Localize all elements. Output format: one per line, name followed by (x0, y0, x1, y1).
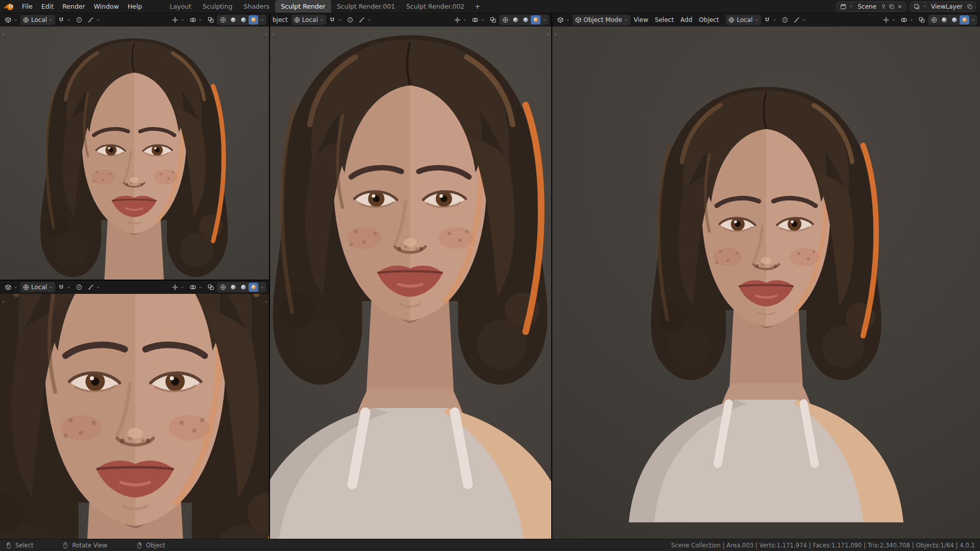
shading-dropdown[interactable] (259, 15, 265, 24)
shading-material-icon[interactable] (238, 15, 248, 24)
menu-add[interactable]: Add (677, 15, 695, 25)
shading-dropdown[interactable] (259, 283, 265, 292)
blender-logo-icon[interactable] (4, 2, 14, 11)
object-mode-icon (575, 16, 582, 23)
menu-select[interactable]: Select (652, 15, 677, 25)
transform-orientation-dropdown[interactable]: Local (291, 15, 326, 25)
menu-object[interactable]: Object (696, 15, 722, 25)
region-toggle-arrow[interactable] (263, 298, 269, 305)
shading-solid-icon[interactable] (228, 15, 238, 24)
tab-layout[interactable]: Layout (164, 0, 197, 13)
snap-toggle-button[interactable] (327, 15, 344, 25)
snap-toggle-button[interactable] (56, 15, 73, 25)
shading-rendered-icon[interactable] (249, 283, 258, 292)
shading-rendered-icon[interactable] (960, 15, 969, 24)
tab-shaders[interactable]: Shaders (238, 0, 275, 13)
overlays-icon (472, 16, 479, 23)
chevron-down-icon (754, 18, 759, 22)
show-gizmo-dropdown[interactable] (452, 15, 469, 25)
tab-sculpt-render[interactable]: Sculpt Render (275, 0, 331, 13)
menu-window[interactable]: Window (90, 1, 123, 12)
shading-solid-icon[interactable] (939, 15, 949, 24)
hint-label: Rotate View (72, 542, 107, 549)
proportional-falloff-dropdown[interactable] (85, 282, 103, 292)
menu-render[interactable]: Render (58, 1, 89, 12)
proportional-falloff-dropdown[interactable] (791, 15, 808, 25)
3d-viewport-canvas[interactable] (552, 27, 980, 539)
shading-material-icon[interactable] (521, 15, 530, 24)
xray-toggle[interactable] (205, 15, 216, 25)
editor-type-button[interactable] (555, 15, 572, 25)
scene-name[interactable]: Scene (855, 3, 878, 10)
transform-orientation-dropdown[interactable]: Local (20, 282, 55, 292)
shading-material-icon[interactable] (949, 15, 959, 24)
view-layer-name[interactable]: ViewLayer (929, 3, 965, 10)
snap-toggle-button[interactable] (56, 282, 73, 292)
proportional-falloff-dropdown[interactable] (85, 15, 103, 25)
region-toggle-arrow[interactable] (552, 31, 558, 38)
xray-toggle[interactable] (205, 282, 216, 292)
region-toggle-arrow[interactable] (545, 31, 551, 38)
shading-wireframe-icon[interactable] (500, 15, 510, 24)
shading-wireframe-icon[interactable] (929, 15, 939, 24)
show-gizmo-dropdown[interactable] (880, 15, 898, 25)
shading-dropdown[interactable] (970, 15, 976, 24)
menu-view[interactable]: View (631, 15, 651, 25)
shading-wireframe-icon[interactable] (218, 283, 228, 292)
region-toggle-arrow[interactable] (0, 31, 6, 38)
tab-sculpt-render-001[interactable]: Sculpt Render.001 (331, 0, 401, 13)
menu-object-clipped[interactable]: bject (273, 15, 291, 25)
region-toggle-arrow[interactable] (0, 298, 6, 305)
shading-dropdown[interactable] (541, 15, 548, 24)
duplicate-scene-icon[interactable] (889, 4, 895, 10)
overlays-icon (189, 16, 197, 23)
proportional-editing-toggle[interactable] (345, 15, 356, 25)
transform-orientation-dropdown[interactable]: Local (20, 15, 55, 25)
orientation-globe-icon (22, 284, 30, 291)
shading-solid-icon[interactable] (510, 15, 520, 24)
close-icon[interactable] (897, 4, 903, 10)
menu-file[interactable]: File (18, 1, 37, 12)
editor-type-button[interactable] (3, 15, 20, 25)
duplicate-layer-icon[interactable] (967, 4, 973, 10)
shading-material-icon[interactable] (238, 283, 248, 292)
proportional-editing-toggle[interactable] (779, 15, 791, 25)
menu-help[interactable]: Help (124, 1, 146, 12)
menu-edit[interactable]: Edit (37, 1, 58, 12)
shading-solid-icon[interactable] (228, 283, 238, 292)
pin-icon[interactable] (880, 4, 887, 10)
show-overlays-dropdown[interactable] (187, 15, 205, 25)
snap-toggle-button[interactable] (762, 15, 779, 25)
xray-toggle[interactable] (487, 15, 499, 25)
show-gizmo-dropdown[interactable] (169, 282, 187, 292)
proportional-editing-toggle[interactable] (74, 282, 85, 292)
xray-toggle[interactable] (916, 15, 927, 25)
viewport-header: bject Local (270, 13, 551, 27)
transform-orientation-dropdown[interactable]: Local (726, 15, 761, 25)
3d-viewport-canvas[interactable] (270, 27, 551, 539)
3d-viewport-canvas[interactable] (0, 27, 269, 280)
proportional-editing-toggle[interactable] (74, 15, 85, 25)
show-overlays-dropdown[interactable] (187, 282, 205, 292)
shading-rendered-icon[interactable] (249, 15, 258, 24)
shading-wireframe-icon[interactable] (218, 15, 228, 24)
region-toggle-arrow[interactable] (263, 31, 269, 38)
orientation-globe-icon (728, 16, 735, 23)
mode-dropdown[interactable]: Object Mode (573, 15, 630, 25)
proportional-falloff-dropdown[interactable] (356, 15, 374, 25)
editor-type-button[interactable] (3, 282, 20, 292)
show-overlays-dropdown[interactable] (898, 15, 916, 25)
3d-viewport-canvas[interactable] (0, 294, 269, 539)
show-gizmo-dropdown[interactable] (169, 15, 187, 25)
show-overlays-dropdown[interactable] (470, 15, 487, 25)
scene-selector[interactable]: Scene (837, 2, 906, 12)
viewport-header: Local (0, 13, 269, 27)
tab-sculpting[interactable]: Sculpting (197, 0, 238, 13)
tab-sculpt-render-002[interactable]: Sculpt Render.002 (401, 0, 470, 13)
chevron-down-icon (48, 18, 53, 22)
shading-rendered-icon[interactable] (531, 15, 541, 24)
view-layer-selector[interactable]: ViewLayer (910, 2, 976, 12)
region-toggle-arrow[interactable] (270, 31, 276, 38)
add-workspace-button[interactable]: + (470, 1, 485, 12)
chevron-down-icon (66, 18, 71, 22)
